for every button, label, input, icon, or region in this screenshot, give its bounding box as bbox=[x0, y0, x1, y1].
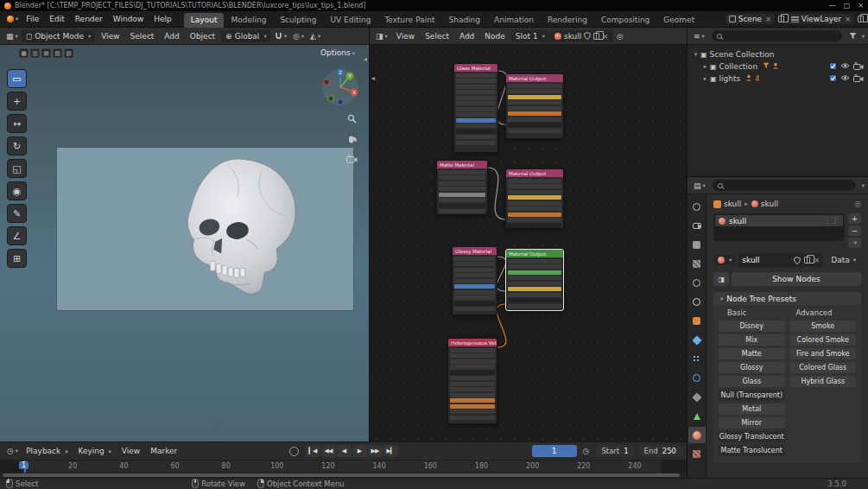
transform-orientation-dropdown[interactable]: ⊕ Global▾ bbox=[221, 30, 271, 42]
node-row[interactable] bbox=[508, 123, 561, 127]
node-material-output[interactable]: Material Output bbox=[505, 168, 564, 229]
node-row[interactable] bbox=[508, 304, 561, 308]
workspace-tab-layout[interactable]: Layout bbox=[184, 13, 225, 28]
node-row[interactable] bbox=[508, 206, 561, 211]
properties-tab-constraints[interactable] bbox=[688, 389, 706, 405]
show-nodes-button[interactable]: Show Nodes bbox=[732, 272, 861, 286]
jump-end-button[interactable]: ▶▎ bbox=[383, 445, 398, 457]
maximize-button[interactable]: □ bbox=[844, 2, 851, 10]
material-slot-dropdown[interactable]: Slot 1▾ bbox=[511, 30, 549, 42]
node-row[interactable] bbox=[508, 213, 561, 217]
region-toggle-icon[interactable]: ◂ bbox=[371, 74, 375, 82]
unlink-viewlayer-icon[interactable]: × bbox=[845, 16, 851, 23]
menu-render[interactable]: Render bbox=[70, 13, 108, 25]
mode-strip-icon-2[interactable]: ▤ bbox=[41, 48, 51, 58]
viewport-options-dropdown[interactable]: Options▾ bbox=[320, 48, 355, 57]
blender-app-menu[interactable]: ▾ bbox=[4, 15, 21, 23]
node-row[interactable] bbox=[454, 262, 495, 266]
editor-type-button[interactable]: ▦▾ bbox=[3, 31, 21, 41]
properties-options-icon[interactable]: ▾ bbox=[862, 182, 865, 189]
unlink-scene-icon[interactable]: × bbox=[765, 16, 771, 23]
annotate-tool[interactable]: ✎ bbox=[7, 204, 27, 223]
outliner-row-scene-collection[interactable]: ▾▣Scene Collection bbox=[687, 48, 868, 60]
node-row[interactable] bbox=[508, 287, 561, 291]
properties-tab-physics[interactable] bbox=[688, 370, 706, 386]
slot-specials-button[interactable]: ▾ bbox=[848, 238, 861, 248]
filter-icon[interactable] bbox=[846, 32, 859, 40]
node-row[interactable] bbox=[450, 398, 495, 403]
disable-render-toggle[interactable] bbox=[853, 62, 864, 72]
move-tool[interactable]: ↔ bbox=[7, 114, 27, 133]
rotate-tool[interactable]: ↻ bbox=[7, 137, 27, 156]
node-menu-view[interactable]: View bbox=[391, 30, 420, 42]
viewport-menu-object[interactable]: Object bbox=[185, 30, 220, 42]
node-row[interactable] bbox=[508, 129, 561, 133]
node-row[interactable] bbox=[508, 264, 561, 269]
prev-key-button[interactable]: ◀◀ bbox=[321, 445, 336, 457]
hide-eye-toggle[interactable] bbox=[840, 62, 850, 71]
node-row[interactable] bbox=[508, 218, 561, 222]
node-row[interactable] bbox=[454, 295, 495, 300]
node-row[interactable] bbox=[508, 179, 561, 183]
play-button[interactable]: ▶ bbox=[352, 445, 367, 457]
preset-metal[interactable]: Metal bbox=[719, 403, 785, 415]
node-row[interactable] bbox=[450, 371, 495, 375]
viewlayer-selector[interactable]: ViewLayer × bbox=[788, 14, 854, 24]
jump-start-button[interactable]: ▎◀ bbox=[306, 445, 320, 457]
node-row[interactable] bbox=[456, 135, 496, 139]
select-box-tool[interactable]: ▭ bbox=[7, 69, 27, 88]
node-row[interactable] bbox=[456, 101, 496, 105]
node-row[interactable] bbox=[450, 359, 495, 364]
workspace-tab-shading[interactable]: Shading bbox=[441, 13, 487, 28]
pin-icon[interactable]: ◎ bbox=[614, 32, 626, 41]
node-row[interactable] bbox=[456, 107, 496, 111]
node-row[interactable] bbox=[439, 170, 485, 175]
scale-tool[interactable]: ◱ bbox=[7, 159, 27, 178]
node-row[interactable] bbox=[508, 117, 561, 122]
viewport-canvas[interactable]: ▦▥▤▧▨ Options▾ ▭+↔↻◱◉✎∠⊞ Z Y X bbox=[0, 45, 369, 441]
timeline-menu-keying[interactable]: Keying ▾ bbox=[73, 445, 116, 457]
workspace-tab-rendering[interactable]: Rendering bbox=[541, 13, 594, 28]
node-row[interactable] bbox=[508, 259, 561, 264]
navigation-gizmo[interactable]: Z Y X bbox=[320, 67, 360, 109]
measure-tool[interactable]: ∠ bbox=[7, 226, 27, 245]
mode-strip-icon-1[interactable]: ▥ bbox=[30, 48, 40, 58]
properties-tab-tool[interactable] bbox=[688, 199, 706, 215]
timeline-ruler[interactable]: 1 20406080100120140160180200220240 bbox=[0, 460, 687, 473]
node-row[interactable] bbox=[450, 365, 495, 369]
expand-arrow-icon[interactable]: ▸ bbox=[700, 63, 710, 70]
properties-tab-object-data[interactable] bbox=[688, 408, 706, 424]
node-row[interactable] bbox=[450, 387, 495, 391]
transform-tool[interactable]: ◉ bbox=[7, 181, 27, 200]
timeline-menu-marker[interactable]: Marker bbox=[145, 445, 182, 457]
editor-type-button[interactable]: ≡▾ bbox=[691, 31, 707, 41]
properties-search-input[interactable] bbox=[713, 180, 856, 191]
properties-tab-view-layer[interactable] bbox=[688, 256, 706, 272]
pin-id-icon[interactable]: ◎ bbox=[854, 200, 861, 208]
new-scene-button[interactable] bbox=[778, 16, 784, 22]
node-row[interactable] bbox=[508, 111, 561, 116]
viewport-menu-view[interactable]: View bbox=[96, 30, 124, 42]
mode-strip-icon-3[interactable]: ▧ bbox=[53, 48, 62, 58]
auto-keying-toggle[interactable] bbox=[289, 447, 299, 456]
properties-tab-scene[interactable] bbox=[688, 275, 706, 291]
node-row[interactable] bbox=[454, 284, 495, 289]
node-row[interactable] bbox=[450, 376, 495, 380]
node-row[interactable] bbox=[456, 112, 496, 117]
zoom-icon[interactable] bbox=[347, 114, 357, 125]
preset-mix[interactable]: Mix bbox=[719, 334, 785, 346]
properties-tab-material[interactable] bbox=[688, 427, 706, 443]
node-row[interactable] bbox=[508, 201, 561, 206]
node-row[interactable] bbox=[439, 175, 485, 180]
preview-range-clock-icon[interactable]: ◷ bbox=[580, 447, 592, 455]
node-row[interactable] bbox=[508, 89, 561, 93]
properties-tab-world[interactable] bbox=[688, 294, 706, 310]
node-matte-material[interactable]: Matte Material bbox=[436, 160, 488, 215]
minimize-button[interactable]: — bbox=[829, 2, 836, 10]
node-row[interactable] bbox=[456, 118, 496, 123]
scene-selector[interactable]: Scene × bbox=[725, 14, 775, 24]
node-row[interactable] bbox=[508, 224, 561, 228]
outliner-search-input[interactable] bbox=[712, 30, 842, 41]
node-canvas[interactable]: ◂ Glass MaterialMaterial OutputMatte Mat… bbox=[370, 45, 687, 441]
mode-strip-icon-0[interactable]: ▦ bbox=[19, 48, 29, 58]
